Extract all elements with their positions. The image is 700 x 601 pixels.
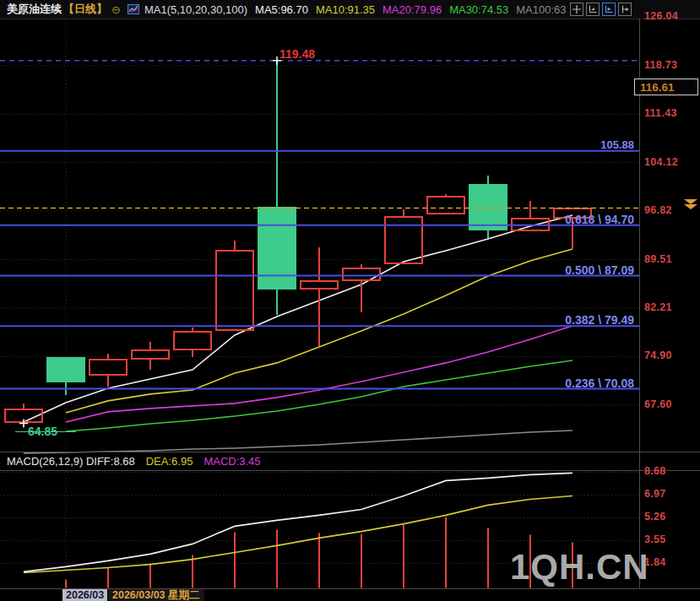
period-tag[interactable]: 【日线】 [63,2,107,17]
ma5-line [24,215,572,422]
axis-shift-right-button[interactable] [618,3,632,16]
candle-body [174,332,211,349]
candlestick-chart[interactable] [0,0,700,601]
fib-level-0236: 0.236 \ 70.08 [565,376,634,390]
macd-hist-bar [318,533,320,587]
ma5-value: MA5:96.70 [255,3,308,16]
ma10-value: MA10:91.35 [316,3,375,16]
axis-pan-left-button[interactable] [586,3,600,16]
chart-window: 美原油连续 【日线】 ⊖ MA1(5,10,20,30,100) MA5:96.… [0,0,700,601]
macd-diff-line [24,473,572,571]
macd-axis-label: 8.68 [644,465,666,477]
swing-low-label: 64.85 [28,425,57,438]
cursor-price-box: 116.61 [634,79,698,95]
price-axis-label: 89.51 [644,253,672,265]
macd-axis-label: 6.97 [644,488,666,500]
price-axis-label: 111.43 [644,107,677,119]
macd-hist-bar [361,534,362,588]
swing-high-label: 119.48 [279,47,315,61]
chart-type-icon[interactable] [128,3,139,15]
candle-body [90,360,127,375]
macd-axis-label: 5.26 [644,511,666,522]
macd-hist-bar [234,532,236,587]
candle-body [46,357,85,382]
ma100-line [24,430,572,453]
instrument-title: 美原油连续 [7,2,62,17]
candle-body [301,281,338,289]
price-axis-label: 67.60 [644,398,672,410]
time-axis-month-label[interactable]: 2026/03 [62,589,107,601]
candle-body [216,251,253,330]
macd-hist-bar [107,567,109,587]
price-axis-label: 96.82 [644,204,672,216]
macd-hist-bar [403,524,404,587]
price-axis-label: 74.90 [644,349,672,361]
ma100-value: MA100:63 [516,3,566,16]
last-price-marker [684,199,697,204]
candle-body [385,217,422,263]
macd-value: MACD:3.45 [203,455,260,468]
macd-axis-label: 3.55 [644,533,666,545]
macd-hist-bar [65,580,67,588]
macd-hist-bar [445,517,447,587]
macd-header: MACD(26,12,9) DIFF:8.68 DEA:6.95 MACD:3.… [7,452,261,470]
ma-params-label: MA1(5,10,20,30,100) [144,3,247,16]
candle-body [343,268,380,280]
axis-play-button[interactable] [602,3,616,16]
move-tool-button[interactable] [570,3,583,16]
last-price-marker [684,204,697,209]
fib-level-0500: 0.500 \ 87.09 [565,263,634,277]
price-axis-label: 82.21 [644,301,672,313]
macd-hist-bar [276,529,278,587]
fib-level-0382: 0.382 \ 79.49 [565,313,634,327]
time-axis-date-label: 2026/03/03 星期二 [108,589,204,601]
fib-level-0618: 0.618 \ 94.70 [565,213,634,226]
price-axis-label: 104.12 [644,156,678,168]
price-axis-label: 126.04 [644,10,678,22]
macd-hist-bar [487,528,489,587]
candle-body [258,207,296,290]
candle-body [469,184,507,230]
macd-dea-value: DEA:6.95 [146,455,193,468]
collapse-icon[interactable]: ⊖ [111,3,121,16]
chart-toolbar [570,3,632,16]
ma20-value: MA20:79.96 [383,3,442,16]
resistance-level-label: 105.88 [600,138,634,151]
site-watermark: 1QH.CN [510,547,649,587]
macd-params-diff: MACD(26,12,9) DIFF:8.68 [7,455,135,468]
ma30-value: MA30:74.53 [449,3,508,16]
candle-body [132,350,169,359]
price-axis-label: 118.73 [644,59,677,71]
macd-hist-bar [149,563,151,587]
